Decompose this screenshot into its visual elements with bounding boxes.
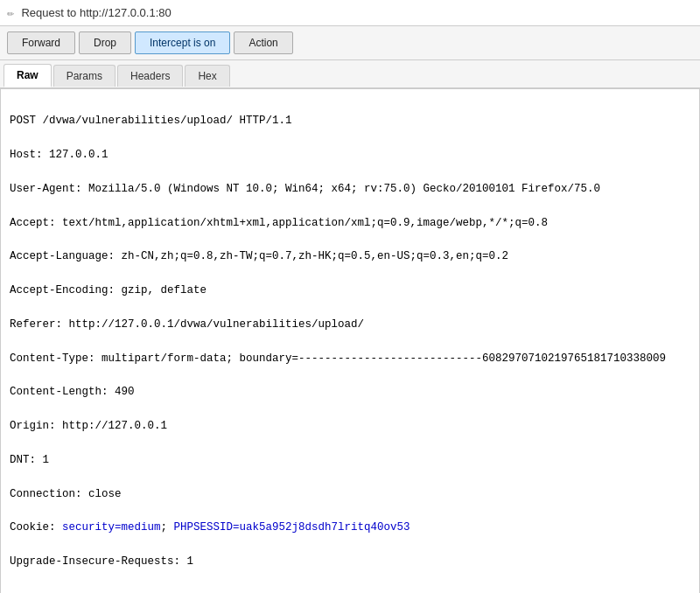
- tab-hex[interactable]: Hex: [185, 65, 229, 87]
- request-body: POST /dvwa/vulnerabilities/upload/ HTTP/…: [10, 96, 690, 593]
- request-content: POST /dvwa/vulnerabilities/upload/ HTTP/…: [0, 89, 700, 593]
- cookie-phpsessid: PHPSESSID=uak5a952j8dsdh7lritq40ov53: [174, 521, 410, 534]
- request-line-12: Connection: close: [10, 488, 122, 500]
- intercept-button[interactable]: Intercept is on: [135, 31, 230, 54]
- request-line-9: Content-Length: 490: [10, 386, 135, 398]
- tab-headers[interactable]: Headers: [117, 65, 183, 87]
- tab-bar: Raw Params Headers Hex: [0, 60, 700, 89]
- tab-params[interactable]: Params: [53, 65, 116, 87]
- request-title: Request to http://127.0.0.1:80: [21, 6, 171, 19]
- request-line-11: DNT: 1: [10, 454, 49, 466]
- request-line-10: Origin: http://127.0.0.1: [10, 420, 167, 432]
- cookie-line: Cookie: security=medium; PHPSESSID=uak5a…: [10, 521, 410, 534]
- cookie-separator: ;: [161, 521, 174, 534]
- toolbar: Forward Drop Intercept is on Action: [0, 26, 700, 60]
- request-line-6: Accept-Encoding: gzip, deflate: [10, 284, 206, 296]
- action-button[interactable]: Action: [234, 31, 292, 54]
- edit-icon: ✏: [7, 5, 14, 20]
- request-line-5: Accept-Language: zh-CN,zh;q=0.8,zh-TW;q=…: [10, 250, 508, 262]
- tab-raw[interactable]: Raw: [4, 64, 52, 87]
- request-line-3: User-Agent: Mozilla/5.0 (Windows NT 10.0…: [10, 183, 600, 195]
- request-line-14: Upgrade-Insecure-Requests: 1: [10, 555, 193, 568]
- request-line-7: Referer: http://127.0.0.1/dvwa/vulnerabi…: [10, 318, 364, 331]
- forward-button[interactable]: Forward: [7, 31, 75, 54]
- cookie-prefix: Cookie:: [10, 521, 62, 534]
- request-line-2: Host: 127.0.0.1: [10, 149, 108, 161]
- request-line-1: POST /dvwa/vulnerabilities/upload/ HTTP/…: [10, 115, 292, 127]
- cookie-security: security=medium: [62, 521, 161, 534]
- request-line-4: Accept: text/html,application/xhtml+xml,…: [10, 217, 548, 229]
- drop-button[interactable]: Drop: [79, 31, 131, 54]
- blank-1: [10, 590, 17, 593]
- request-line-8: Content-Type: multipart/form-data; bound…: [10, 352, 666, 365]
- title-bar: ✏ Request to http://127.0.0.1:80: [0, 0, 700, 26]
